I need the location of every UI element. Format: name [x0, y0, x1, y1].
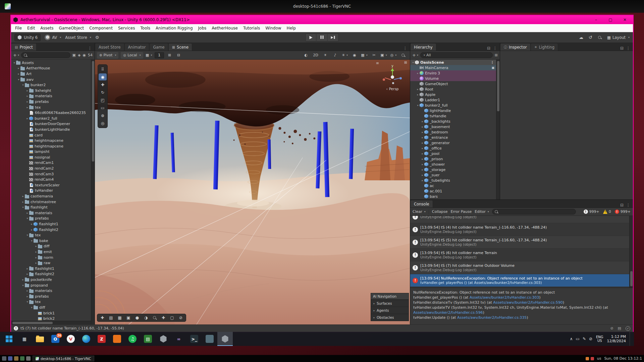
fold-arrow[interactable]: ▸ — [421, 174, 424, 177]
console-search-input[interactable] — [492, 209, 576, 215]
unity-editor-icon[interactable] — [217, 332, 233, 346]
hierarchy-item[interactable]: ▸_prison — [410, 156, 496, 162]
fold-arrow[interactable]: ▸ — [25, 267, 29, 270]
sphere-overlay-button[interactable]: ● — [133, 314, 141, 321]
orientation-gizmo[interactable]: y ‹ Persp — [380, 65, 405, 91]
project-tree-item[interactable]: ▸flashlight1 — [11, 221, 91, 227]
projection-label[interactable]: ‹ Persp — [380, 87, 405, 91]
hidden-assets-eye-icon[interactable]: ◉ — [83, 53, 86, 57]
create-asset-button[interactable]: +▾ — [13, 53, 19, 58]
search-icon[interactable] — [598, 36, 602, 40]
notes-app-icon[interactable]: ▤ — [140, 332, 156, 346]
tab-animator[interactable]: Animator — [125, 44, 150, 51]
outlook-icon[interactable]: O26 — [48, 332, 63, 346]
fold-arrow[interactable]: ▾ — [30, 239, 34, 242]
scene-options-icon[interactable]: ⋮ — [490, 60, 494, 65]
menu-edit[interactable]: Edit — [24, 24, 38, 32]
host-clock[interactable]: Sun, 08 Dec 13:12:1 — [604, 356, 642, 361]
tray-display-icon[interactable]: ▭ — [576, 337, 580, 341]
gizmos-dropdown[interactable]: ◎▾ — [390, 52, 397, 59]
inspector-menu-icon[interactable]: ⋮ — [626, 46, 630, 51]
hierarchy-search-input[interactable]: ▾ All — [420, 52, 493, 58]
fold-arrow[interactable]: ▸ — [421, 125, 424, 128]
custom-tool-button[interactable]: ◎ — [99, 120, 107, 127]
project-tree-item[interactable]: bunkerDoorOpener — [11, 121, 91, 127]
project-tree-item[interactable]: card — [11, 132, 91, 138]
hidden-objects-toggle[interactable]: ◉ — [351, 52, 358, 59]
warning-count-toggle[interactable]: !0 — [603, 209, 611, 214]
menu-services[interactable]: Services — [115, 24, 138, 32]
host-tray-notification-icon[interactable] — [586, 357, 589, 360]
fold-arrow[interactable]: ▾ — [25, 300, 29, 303]
project-menu-icon[interactable]: ⋮ — [85, 46, 95, 51]
fold-arrow[interactable]: ▸ — [421, 163, 424, 166]
filter-by-type-icon[interactable]: ▣ — [72, 53, 76, 57]
project-tree-item[interactable]: ▾propsand — [11, 283, 91, 288]
hierarchy-item[interactable]: ▸_office — [410, 145, 496, 151]
hierarchy-scrollbar[interactable] — [496, 60, 500, 199]
fold-arrow[interactable]: ▸ — [34, 250, 38, 253]
fold-arrow[interactable]: ▸ — [416, 93, 420, 96]
create-object-button[interactable]: +▾ — [412, 53, 418, 58]
menu-assets[interactable]: Assets — [38, 24, 56, 32]
project-tree-item[interactable]: ▾bake — [11, 238, 91, 244]
hierarchy-item[interactable]: lightHandle — [410, 108, 496, 113]
fold-arrow[interactable]: ▸ — [21, 200, 25, 203]
scene-menu-icon[interactable]: ⋮ — [400, 46, 410, 51]
fold-arrow[interactable]: ▸ — [21, 195, 25, 198]
fold-arrow[interactable]: ▸ — [25, 273, 29, 276]
project-tree-item[interactable]: brick2 — [11, 316, 91, 321]
project-tree-item[interactable]: ▸AetherHouse — [11, 66, 91, 71]
project-tree-item[interactable]: lampsht — [11, 149, 91, 155]
project-tree-item[interactable]: ▸Art — [11, 71, 91, 77]
project-tree-item[interactable]: ▸materials — [11, 94, 91, 99]
error-pause-toggle[interactable]: Error Pause — [451, 209, 472, 214]
move-overlay-button[interactable]: ✚ — [159, 314, 167, 321]
task-view-button[interactable]: ▦ — [17, 332, 32, 346]
project-tree-item[interactable]: ▾tex — [11, 232, 91, 238]
status-info-icon[interactable]: ! — [14, 326, 18, 330]
project-tree-item[interactable]: ▾tex — [11, 299, 91, 305]
pan-overlay-button[interactable]: ✚ — [98, 314, 106, 321]
project-tree-item[interactable]: ▸christmastree — [11, 199, 91, 205]
tab-inspector[interactable]: ⓘInspector — [500, 44, 531, 51]
effects-dropdown[interactable]: ✳▾ — [341, 52, 348, 59]
lighting-toggle[interactable]: ☀ — [322, 52, 329, 59]
transform-tool-button[interactable]: ⊕ — [99, 112, 107, 119]
fold-arrow[interactable]: ▾ — [12, 61, 16, 64]
close-button[interactable]: ✕ — [619, 16, 631, 23]
hierarchy-item[interactable]: GameObject — [410, 81, 496, 86]
menu-tutorials[interactable]: Tutorials — [240, 24, 263, 32]
fold-arrow[interactable]: ▾ — [21, 83, 25, 86]
tab-hierarchy[interactable]: Hierarchy — [411, 44, 436, 51]
hierarchy-item[interactable]: ▸_suer — [410, 172, 496, 178]
overlay-handle-icon[interactable]: ≡ — [376, 61, 379, 65]
camera-dropdown[interactable]: ▣▾ — [380, 52, 387, 59]
fold-arrow[interactable]: ▸ — [30, 223, 34, 226]
spotify-icon[interactable]: ♫ — [125, 332, 140, 346]
host-launcher-folder-icon[interactable] — [14, 356, 18, 361]
collapse-toggle[interactable]: Collapse — [432, 209, 448, 214]
fold-arrow[interactable]: ▸ — [34, 245, 38, 248]
search-overlay-button[interactable] — [151, 314, 159, 321]
menu-jobs[interactable]: Jobs — [196, 24, 209, 32]
fold-arrow[interactable]: ▸ — [17, 67, 20, 70]
project-tree-item[interactable]: ▾Assets — [11, 60, 91, 66]
cloud-icon[interactable]: ☁ — [579, 35, 583, 40]
fold-arrow[interactable]: ▸ — [25, 106, 29, 109]
scrollbar-thumb[interactable] — [497, 61, 499, 111]
hierarchy-menu-icon[interactable]: ⋮ — [493, 46, 497, 51]
clear-button[interactable]: Clear▾ — [413, 209, 426, 214]
fold-arrow[interactable]: ▸ — [421, 152, 424, 155]
project-tree-item[interactable]: ▸flashlight1 — [11, 266, 91, 272]
project-tree-item[interactable]: ▾awv — [11, 77, 91, 82]
hierarchy-item[interactable]: ▾OasisScene⋮ — [410, 60, 496, 65]
project-tree-item[interactable]: ▸pocketknife — [11, 277, 91, 283]
hierarchy-item[interactable]: ▸_pool — [410, 151, 496, 156]
scale-tool-button[interactable]: ◰ — [99, 97, 107, 104]
ai-nav-item-surfaces[interactable]: ▸Surfaces — [371, 300, 409, 307]
project-tree-item[interactable]: ▸norm — [11, 255, 91, 260]
hierarchy-item[interactable]: Ladder1 — [410, 97, 496, 103]
rect-tool-button[interactable]: ▭ — [99, 104, 107, 111]
host-launcher-monitor-icon[interactable] — [26, 356, 31, 361]
